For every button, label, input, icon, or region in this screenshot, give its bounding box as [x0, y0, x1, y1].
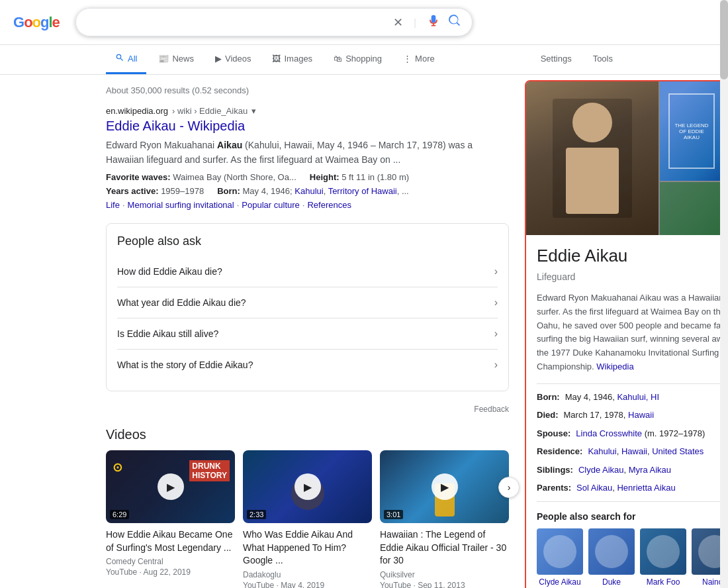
- clear-icon[interactable]: ✕: [393, 15, 403, 30]
- kp-name: Eddie Aikau: [537, 246, 627, 266]
- video-card-1[interactable]: ⊙ DRUNKHISTORY ▶ 6:29 How Eddie Aikau Be…: [106, 450, 235, 588]
- kp-fact-spouse: Spouse: Linda Crosswhite (m. 1972–1978): [537, 427, 728, 440]
- paa-question-1: How did Eddie Aikau die?: [117, 266, 222, 277]
- kp-description: Edward Ryon Makuahanai Aikau was a Hawai…: [537, 291, 728, 374]
- video-platform-2: YouTube · May 4, 2019: [243, 581, 372, 588]
- pas-person-clyde[interactable]: Clyde Aikau Brother: [537, 528, 583, 588]
- kp-parent-link-1[interactable]: Sol Aikau: [576, 483, 612, 493]
- result-link-memorial[interactable]: Memorial surfing invitational: [128, 200, 234, 210]
- result-domain: en.wikipedia.org: [106, 106, 168, 116]
- kp-born-link[interactable]: Kahului, HI: [617, 392, 659, 402]
- result-dropdown-icon[interactable]: ▾: [251, 106, 256, 116]
- paa-feedback[interactable]: Feedback: [106, 405, 509, 414]
- kp-image-2[interactable]: THE LEGENDOF EDDIEAIKAU: [660, 81, 723, 181]
- paa-item-2[interactable]: What year did Eddie Aikau die? ›: [117, 287, 498, 318]
- result-meta: Favorite waves: Waimea Bay (North Shore,…: [106, 172, 509, 182]
- tools-label: Tools: [593, 54, 613, 64]
- news-icon: 📰: [158, 54, 169, 64]
- search-bar: Eddie Aikau ✕ |: [75, 8, 473, 36]
- kp-divider-2: [537, 501, 728, 502]
- pas-person-markfoo[interactable]: Mark Foo: [640, 528, 686, 588]
- tab-more[interactable]: ⋮ More: [394, 46, 444, 74]
- pas-name-clyde: Clyde Aikau: [539, 577, 580, 588]
- dot-separator-3: ·: [302, 200, 305, 210]
- result-link-culture[interactable]: Popular culture: [242, 200, 299, 210]
- tab-images[interactable]: 🖼 Images: [263, 46, 322, 74]
- kp-parent-link-2[interactable]: Henrietta Aikau: [617, 483, 675, 493]
- tools-tab[interactable]: Tools: [584, 46, 622, 74]
- result-snippet: Edward Ryon Makuahanai Aikau (Kahului, H…: [106, 138, 509, 167]
- paa-question-4: What is the story of Eddie Aikau?: [117, 360, 253, 370]
- paa-item-3[interactable]: Is Eddie Aikau still alive? ›: [117, 318, 498, 349]
- kp-siblings-value: Clyde Aikau, Myra Aikau: [578, 464, 671, 477]
- kp-parents-value: Sol Aikau, Henrietta Aikau: [576, 481, 676, 495]
- paa-chevron-2: ›: [494, 297, 498, 309]
- paa-item-4[interactable]: What is the story of Eddie Aikau? ›: [117, 349, 498, 380]
- kp-fact-parents: Parents: Sol Aikau, Henrietta Aikau: [537, 481, 728, 495]
- search-input[interactable]: Eddie Aikau: [87, 17, 385, 28]
- kp-residence-value: Kahului, Hawaii, United States: [588, 445, 704, 458]
- kp-fact-siblings: Siblings: Clyde Aikau, Myra Aikau: [537, 464, 728, 477]
- scrollbar-track[interactable]: [720, 0, 728, 588]
- kp-image-4[interactable]: [660, 182, 723, 235]
- result-links: Life · Memorial surfing invitational · P…: [106, 200, 509, 210]
- tab-images-label: Images: [284, 54, 312, 64]
- video-play-btn-1: ▶: [158, 473, 184, 500]
- kp-spouse-link[interactable]: Linda Crosswhite: [576, 428, 642, 438]
- kp-died-label: Died:: [537, 409, 559, 422]
- tab-shopping[interactable]: 🛍 Shopping: [324, 46, 391, 74]
- result-title-link[interactable]: Eddie Aikau - Wikipedia: [106, 119, 509, 134]
- kp-sibling-link-2[interactable]: Myra Aikau: [629, 465, 671, 475]
- video-source-1: Comedy Central: [106, 557, 235, 566]
- pas-title: People also search for: [537, 511, 635, 522]
- videos-row: ⊙ DRUNKHISTORY ▶ 6:29 How Eddie Aikau Be…: [106, 450, 509, 588]
- search-submit-icon[interactable]: [448, 14, 461, 30]
- pas-header: People also search for View 10+ more: [537, 511, 728, 522]
- result-meta-2: Years active: 1959–1978 Born: May 4, 194…: [106, 186, 509, 196]
- tab-news[interactable]: 📰 News: [149, 46, 203, 74]
- settings-tab[interactable]: Settings: [531, 46, 581, 74]
- kp-spouse-label: Spouse:: [537, 427, 570, 440]
- kp-sibling-link-1[interactable]: Clyde Aikau: [578, 465, 624, 475]
- videos-next-button[interactable]: ›: [498, 477, 520, 498]
- tab-all[interactable]: All: [106, 45, 146, 74]
- nav-tabs: All 📰 News ▶ Videos 🖼 Images 🛍 Shopping …: [0, 45, 728, 75]
- tab-videos-label: Videos: [225, 54, 251, 64]
- pas-person-duke[interactable]: Duke Kahanam…: [588, 528, 635, 588]
- paa-item-1[interactable]: How did Eddie Aikau die? ›: [117, 256, 498, 287]
- kp-image-gallery[interactable]: THE LEGENDOF EDDIEAIKAU 🖼 More images: [526, 81, 728, 235]
- tab-shopping-label: Shopping: [345, 54, 382, 64]
- kp-died-value: March 17, 1978, Hawaii: [564, 409, 655, 422]
- video-title-1: How Eddie Aikau Became One of Surfing's …: [106, 528, 235, 554]
- kp-wikipedia-link[interactable]: Wikipedia: [596, 362, 633, 371]
- video-title-3: Hawaiian : The Legend of Eddie Aikau Off…: [380, 528, 509, 567]
- kp-spouse-value: Linda Crosswhite (m. 1972–1978): [576, 427, 705, 440]
- result-link-life[interactable]: Life: [106, 200, 120, 210]
- kp-type: Lifeguard: [537, 271, 728, 282]
- video-duration-1: 6:29: [110, 510, 129, 519]
- tab-videos[interactable]: ▶ Videos: [206, 46, 261, 74]
- kp-born-label: Born:: [537, 391, 560, 404]
- kp-residence-link-1[interactable]: Kahului: [588, 446, 616, 456]
- tab-more-label: More: [415, 54, 435, 64]
- kp-died-link[interactable]: Hawaii: [628, 410, 654, 420]
- kp-main-image[interactable]: [526, 81, 659, 235]
- kp-fact-born: Born: May 4, 1946, Kahului, HI: [537, 391, 728, 404]
- kp-residence-label: Residence:: [537, 445, 582, 458]
- video-platform-3: YouTube · Sep 11, 2013: [380, 581, 509, 588]
- kp-residence-link-2[interactable]: Hawaii: [621, 446, 647, 456]
- result-link-references[interactable]: References: [307, 200, 351, 210]
- video-card-2[interactable]: ▶ 2:33 Who Was Eddie Aikau And What Happ…: [243, 450, 372, 588]
- voice-search-icon[interactable]: [427, 15, 440, 30]
- pas-name-markfoo: Mark Foo: [647, 577, 680, 588]
- video-card-3[interactable]: ▶ 3:01 Hawaiian : The Legend of Eddie Ai…: [380, 450, 509, 588]
- kp-fact-died: Died: March 17, 1978, Hawaii: [537, 409, 728, 422]
- video-duration-3: 3:01: [384, 510, 403, 519]
- kp-residence-link-3[interactable]: United States: [652, 446, 704, 456]
- paa-chevron-3: ›: [494, 328, 498, 340]
- all-icon: [115, 53, 124, 64]
- video-source-2: Dadakoglu: [243, 570, 372, 579]
- kp-born-value: May 4, 1946, Kahului, HI: [565, 391, 659, 404]
- pas-name-duke: Duke Kahanam…: [588, 577, 635, 588]
- scrollbar-thumb[interactable]: [720, 0, 728, 79]
